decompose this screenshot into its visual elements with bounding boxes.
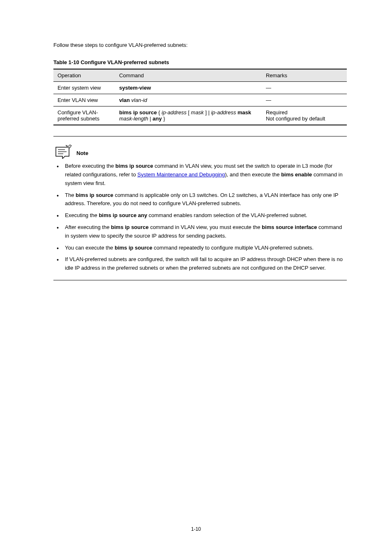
list-item: After executing the bims ip source comma… (56, 223, 347, 240)
cell-operation: Enter VLAN view (53, 94, 115, 106)
cell-remarks: Required Not configured by default (262, 106, 347, 125)
table-row: Configure VLAN-preferred subnets bims ip… (53, 106, 347, 125)
table-row: Enter system view system-view — (53, 82, 347, 94)
note-divider-bottom (53, 280, 347, 280)
note-icon (53, 144, 73, 159)
table-caption: Table 1-10 Configure VLAN-preferred subn… (53, 59, 347, 65)
cell-operation: Configure VLAN-preferred subnets (53, 106, 115, 125)
note-label: Note (76, 150, 88, 159)
col-operation: Operation (53, 69, 115, 82)
list-item: Executing the bims ip source any command… (56, 211, 347, 220)
intro-text: Follow these steps to configure VLAN-pre… (53, 41, 347, 49)
cell-command: system-view (115, 82, 262, 94)
col-command: Command (115, 69, 262, 82)
note-divider-top (53, 136, 347, 136)
list-item: You can execute the bims ip source comma… (56, 244, 347, 252)
config-table: Operation Command Remarks Enter system v… (53, 69, 347, 125)
link-system-maintenance[interactable]: System Maintenance and Debugging (137, 171, 225, 178)
page-number: 1-10 (0, 526, 392, 532)
cell-command: bims ip source { ip-address [ mask ] | i… (115, 106, 262, 125)
cell-operation: Enter system view (53, 82, 115, 94)
cell-command: vlan vlan-id (115, 94, 262, 106)
list-item: Before executing the bims ip source comm… (56, 162, 347, 187)
list-item: The bims ip source command is applicable… (56, 191, 347, 208)
table-header-row: Operation Command Remarks (53, 69, 347, 82)
cell-remarks: — (262, 82, 347, 94)
note-list: Before executing the bims ip source comm… (53, 162, 347, 273)
note-header: Note (53, 144, 347, 159)
list-item: If VLAN-preferred subnets are configured… (56, 255, 347, 273)
table-row: Enter VLAN view vlan vlan-id — (53, 94, 347, 106)
cell-remarks: — (262, 94, 347, 106)
col-remarks: Remarks (262, 69, 347, 82)
